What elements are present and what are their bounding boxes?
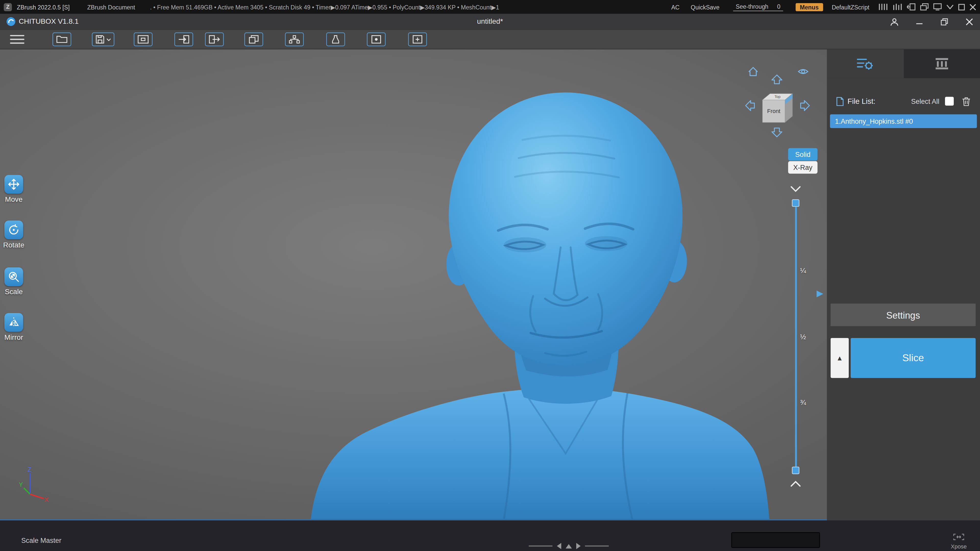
zbrush-logo-icon: Z xyxy=(4,3,12,11)
xpose-label: Xpose xyxy=(944,544,974,550)
auto-layout-button[interactable] xyxy=(285,32,304,46)
delete-files-button[interactable] xyxy=(962,97,970,106)
tray-line xyxy=(529,545,552,547)
rotate-icon xyxy=(4,221,23,239)
tablet-pressure-icon-2[interactable] xyxy=(892,3,902,11)
scale-master-label[interactable]: Scale Master xyxy=(21,537,61,544)
zbrush-bottom-bar: Scale Master Xpose xyxy=(0,520,980,551)
tray-right-arrow-icon[interactable] xyxy=(576,543,581,549)
rotate-left-arrow-button[interactable] xyxy=(745,100,755,111)
menus-button[interactable]: Menus xyxy=(795,3,823,11)
rotate-right-arrow-button[interactable] xyxy=(800,100,810,111)
maximize-icon[interactable] xyxy=(958,3,965,10)
window-restore-button[interactable] xyxy=(939,16,950,27)
tool-scale-label: Scale xyxy=(0,288,27,295)
rotate-up-arrow-button[interactable] xyxy=(771,74,783,84)
tray-left-arrow-icon[interactable] xyxy=(557,543,561,549)
slider-handle-top[interactable] xyxy=(792,199,799,206)
close-icon[interactable] xyxy=(969,3,976,10)
file-list-label: File List: xyxy=(848,97,875,106)
resin-button[interactable] xyxy=(326,32,345,46)
copy-button[interactable] xyxy=(245,32,263,46)
tool-rotate[interactable]: Rotate xyxy=(0,221,27,248)
dig-hole-button[interactable] xyxy=(408,32,427,46)
slice-options-button[interactable]: ▲ xyxy=(831,338,849,378)
slice-preview-slider-track[interactable] xyxy=(795,203,797,472)
xpose-button[interactable]: Xpose xyxy=(944,532,974,550)
undo-button[interactable] xyxy=(174,32,193,46)
slider-step-down-button[interactable] xyxy=(790,185,801,192)
save-button[interactable] xyxy=(92,32,115,46)
see-through-label: See-through xyxy=(736,3,768,10)
rotate-down-arrow-button[interactable] xyxy=(771,127,783,138)
window-close-button[interactable] xyxy=(964,16,975,27)
box-cross-icon xyxy=(412,35,422,44)
file-list-header: File List: Select All xyxy=(827,95,980,107)
panel-collapse-button[interactable]: ▶ xyxy=(813,283,827,303)
zbrush-titlebar: Z ZBrush 2022.0.5 [S] ZBrush Document . … xyxy=(0,0,980,14)
tool-mirror[interactable]: Mirror xyxy=(0,313,27,341)
default-zscript-button[interactable]: DefaultZScript xyxy=(832,3,869,10)
zbrush-quicksave-button[interactable]: QuickSave xyxy=(691,3,720,10)
window-minimize-button[interactable] xyxy=(914,16,925,27)
slider-handle-bottom[interactable] xyxy=(792,467,799,474)
save-icon xyxy=(96,35,111,44)
open-file-button[interactable] xyxy=(52,32,71,46)
tab-support[interactable] xyxy=(904,49,980,78)
view-cube-top-label: Top xyxy=(775,95,781,99)
axis-z-label: Z xyxy=(27,466,32,473)
see-through-slider[interactable]: See-through 0 xyxy=(733,3,783,11)
axis-y-label: Y xyxy=(19,481,23,488)
tool-move[interactable]: Move xyxy=(0,175,27,203)
hollow-button[interactable] xyxy=(367,32,386,46)
panel-tabs xyxy=(827,49,980,78)
slice-row: ▲ Slice xyxy=(831,338,976,378)
tab-slice-settings[interactable] xyxy=(827,49,904,78)
view-cube-front-label: Front xyxy=(767,108,780,114)
support-icon xyxy=(934,57,950,70)
zbrush-document-label: ZBrush Document xyxy=(87,3,135,10)
zbrush-ac-button[interactable]: AC xyxy=(671,3,679,10)
import-doc-icon[interactable] xyxy=(907,3,915,11)
scale-icon xyxy=(4,267,23,286)
slider-step-up-button[interactable] xyxy=(790,480,801,488)
render-mode-xray-button[interactable]: X-Ray xyxy=(788,161,818,174)
view-navigator: Top Front xyxy=(742,61,814,142)
box-dot-icon xyxy=(371,35,381,44)
home-view-button[interactable] xyxy=(748,66,759,77)
tool-move-label: Move xyxy=(0,196,27,203)
model-anthony-hopkins[interactable] xyxy=(0,49,827,520)
tray-up-arrow-icon[interactable] xyxy=(566,544,572,548)
tablet-pressure-icon[interactable] xyxy=(878,3,888,11)
tool-scale[interactable]: Scale xyxy=(0,267,27,295)
tray-divider[interactable] xyxy=(529,543,609,549)
copy-icon xyxy=(249,35,259,44)
axis-gizmo: Z Y X xyxy=(16,465,49,502)
file-list-item[interactable]: 1.Anthony_Hopkins.stl #0 xyxy=(830,114,977,128)
perspective-toggle-button[interactable] xyxy=(797,67,809,76)
slice-button[interactable]: Slice xyxy=(851,338,976,378)
render-mode-solid-button[interactable]: Solid xyxy=(788,148,818,160)
account-button[interactable] xyxy=(889,16,900,27)
select-all-checkbox[interactable] xyxy=(945,97,954,106)
document-title: untitled* xyxy=(0,17,980,25)
layers-icon[interactable] xyxy=(920,3,929,11)
view-cube[interactable]: Top Front xyxy=(760,91,795,126)
user-icon xyxy=(890,17,899,26)
screen: Z ZBrush 2022.0.5 [S] ZBrush Document . … xyxy=(0,0,980,551)
restore-icon xyxy=(941,18,948,25)
monitor-icon[interactable] xyxy=(933,3,942,11)
move-icon xyxy=(4,175,23,194)
slider-three-quarter-label: ¾ xyxy=(800,399,814,406)
redo-button[interactable] xyxy=(205,32,224,46)
fit-view-button[interactable] xyxy=(134,32,152,46)
zbrush-stats: . • Free Mem 51.469GB • Active Mem 3405 … xyxy=(150,3,499,10)
model-viewport[interactable]: Move Rotate Scale Mirror xyxy=(0,49,827,520)
axis-x-label: X xyxy=(45,496,48,502)
file-icon xyxy=(836,97,844,106)
slider-quarter-label: ¼ xyxy=(800,267,814,274)
settings-button[interactable]: Settings xyxy=(831,303,976,326)
fit-icon xyxy=(138,35,149,44)
minimize-chevron-icon[interactable] xyxy=(946,4,954,10)
menu-button[interactable] xyxy=(10,35,24,44)
